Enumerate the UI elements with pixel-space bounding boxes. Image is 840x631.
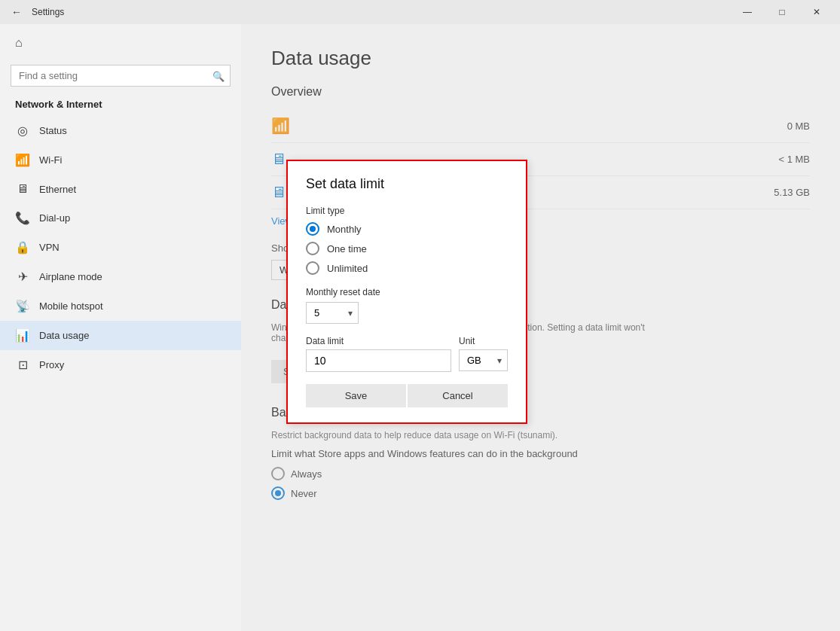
- wifi-icon: 📶: [15, 153, 30, 167]
- sidebar-item-label: Data usage: [39, 330, 90, 341]
- minimize-button[interactable]: —: [730, 0, 765, 24]
- sidebar-item-label: Ethernet: [39, 184, 76, 195]
- sidebar-item-label: Dial-up: [39, 212, 70, 224]
- home-icon: ⌂: [15, 36, 23, 49]
- sidebar-item-label: Airplane mode: [39, 271, 102, 282]
- radio-monthly-row[interactable]: Monthly: [306, 222, 508, 236]
- vpn-icon: 🔒: [15, 240, 30, 255]
- dialog-buttons: Save Cancel: [306, 384, 508, 407]
- unit-label: Unit: [459, 336, 508, 346]
- dialog-title: Set data limit: [306, 176, 508, 192]
- reset-date-select-wrapper: 1234 567 101520 2528: [306, 302, 359, 324]
- unit-select-wrapper: MB GB: [459, 349, 508, 371]
- reset-date-label: Monthly reset date: [306, 287, 508, 297]
- set-data-limit-dialog: Set data limit Limit type Monthly One ti…: [286, 160, 527, 424]
- back-button[interactable]: ←: [6, 2, 27, 23]
- sidebar-item-datausage[interactable]: 📊 Data usage: [0, 321, 241, 350]
- sidebar-item-vpn[interactable]: 🔒 VPN: [0, 233, 241, 262]
- data-limit-input-label: Data limit: [306, 336, 451, 346]
- radio-onetime-row[interactable]: One time: [306, 242, 508, 255]
- radio-monthly-label: Monthly: [327, 224, 362, 235]
- app-title: Settings: [32, 7, 730, 17]
- sidebar-item-status[interactable]: ◎ Status: [0, 116, 241, 145]
- radio-onetime-label: One time: [327, 243, 367, 255]
- search-input[interactable]: [11, 65, 231, 87]
- titlebar: ← Settings — □ ✕: [0, 0, 840, 24]
- radio-unlimited[interactable]: [306, 261, 319, 275]
- search-icon: 🔍: [212, 70, 225, 81]
- sidebar-section-title: Network & Internet: [0, 96, 241, 116]
- status-icon: ◎: [15, 123, 30, 138]
- unit-select[interactable]: MB GB: [459, 349, 508, 371]
- search-container: 🔍: [11, 65, 231, 87]
- sidebar-item-dialup[interactable]: 📞 Dial-up: [0, 203, 241, 233]
- close-button[interactable]: ✕: [799, 0, 834, 24]
- limit-type-label: Limit type: [306, 206, 508, 216]
- content-area: Data usage Overview 📶 0 MB 🖥 < 1 MB 🖥 5.…: [241, 24, 840, 631]
- sidebar-item-proxy[interactable]: ⊡ Proxy: [0, 350, 241, 380]
- sidebar-item-wifi[interactable]: 📶 Wi-Fi: [0, 145, 241, 175]
- sidebar-item-label: Proxy: [39, 359, 64, 370]
- sidebar-item-label: Status: [39, 125, 67, 136]
- sidebar-item-label: Wi-Fi: [39, 154, 62, 166]
- sidebar-item-label: VPN: [39, 242, 60, 253]
- radio-unlimited-row[interactable]: Unlimited: [306, 261, 508, 275]
- data-limit-input-group: Data limit: [306, 336, 451, 372]
- dialup-icon: 📞: [15, 211, 30, 225]
- sidebar: ⌂ 🔍 Network & Internet ◎ Status 📶 Wi-Fi …: [0, 24, 241, 631]
- sidebar-item-ethernet[interactable]: 🖥 Ethernet: [0, 175, 241, 203]
- ethernet-icon: 🖥: [15, 182, 30, 196]
- save-button[interactable]: Save: [306, 384, 406, 407]
- home-button[interactable]: ⌂: [0, 24, 241, 62]
- data-limit-input[interactable]: [306, 349, 451, 372]
- reset-date-select[interactable]: 1234 567 101520 2528: [306, 302, 359, 324]
- unit-select-group: Unit MB GB: [459, 336, 508, 371]
- sidebar-item-airplane[interactable]: ✈ Airplane mode: [0, 262, 241, 291]
- datausage-icon: 📊: [15, 328, 30, 343]
- proxy-icon: ⊡: [15, 358, 30, 372]
- cancel-button[interactable]: Cancel: [408, 384, 508, 407]
- window-controls: — □ ✕: [730, 0, 834, 24]
- limit-type-radio-group: Monthly One time Unlimited: [306, 222, 508, 275]
- airplane-icon: ✈: [15, 270, 30, 284]
- hotspot-icon: 📡: [15, 299, 30, 313]
- radio-monthly[interactable]: [306, 222, 319, 236]
- sidebar-item-hotspot[interactable]: 📡 Mobile hotspot: [0, 291, 241, 321]
- maximize-button[interactable]: □: [765, 0, 799, 24]
- radio-onetime[interactable]: [306, 242, 319, 255]
- dialog-inputs-row: Data limit Unit MB GB: [306, 336, 508, 372]
- radio-unlimited-label: Unlimited: [327, 263, 368, 274]
- sidebar-item-label: Mobile hotspot: [39, 300, 103, 312]
